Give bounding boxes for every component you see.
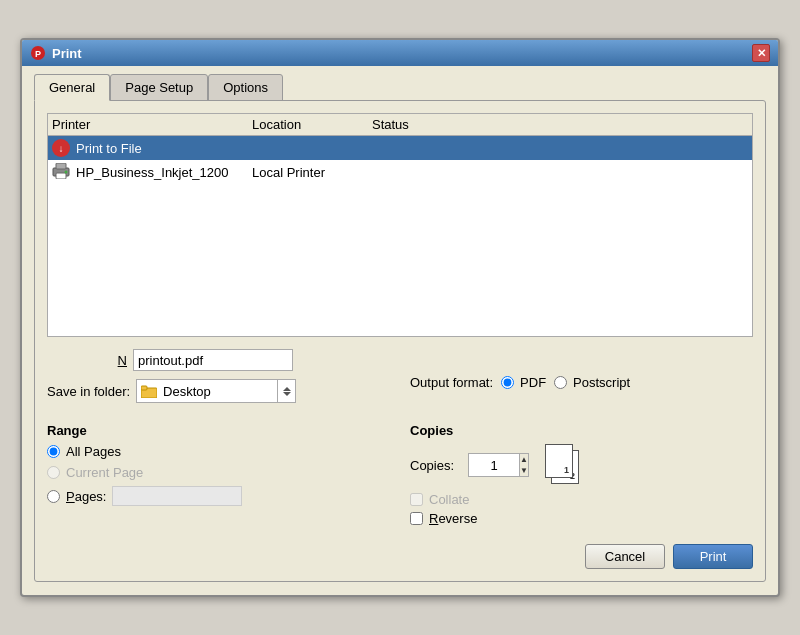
folder-dropdown-arrow[interactable] [277, 380, 295, 402]
folder-icon-wrap [137, 383, 161, 400]
titlebar-left: P Print [30, 45, 82, 61]
pages-option[interactable]: Pages: [47, 486, 390, 506]
dialog-content: General Page Setup Options Printer Locat… [22, 66, 778, 595]
folder-icon [141, 385, 157, 398]
radio-pdf[interactable] [501, 376, 514, 389]
copies-icon: 2 1 [545, 444, 591, 486]
output-format-label: Output format: [410, 375, 493, 390]
header-location: Location [252, 117, 372, 132]
radio-all-pages[interactable] [47, 445, 60, 458]
folder-value: Desktop [161, 384, 277, 399]
reverse-label: Reverse [429, 511, 477, 526]
paper-front-icon: 1 [545, 444, 573, 478]
form-left: N Save in folder: [47, 349, 390, 411]
postscript-option-label: Postscript [573, 375, 630, 390]
svg-rect-4 [56, 173, 66, 179]
pages-input[interactable] [112, 486, 242, 506]
spinner-up[interactable]: ▲ [520, 454, 528, 465]
copies-label: Copies: [410, 458, 460, 473]
svg-rect-7 [141, 386, 147, 390]
window-title: Print [52, 46, 82, 61]
radio-postscript[interactable] [554, 376, 567, 389]
pdf-option-label: PDF [520, 375, 546, 390]
tab-general[interactable]: General [34, 74, 110, 101]
name-input[interactable] [133, 349, 293, 371]
pdf-icon: ↓ [52, 139, 70, 157]
printer-row-hp[interactable]: HP_Business_Inkjet_1200 Local Printer [48, 160, 752, 185]
range-title: Range [47, 423, 390, 438]
name-row: N [47, 349, 390, 371]
copies-count-row: Copies: ▲ ▼ 2 [410, 444, 753, 486]
form-right: Output format: PDF Postscript [410, 353, 753, 411]
copies-input[interactable] [469, 454, 519, 476]
spinner-down[interactable]: ▼ [520, 465, 528, 476]
reverse-option[interactable]: Reverse [410, 511, 753, 526]
arrow-down-icon [283, 392, 291, 396]
tab-page-setup[interactable]: Page Setup [110, 74, 208, 101]
printer-location-1: Local Printer [252, 165, 372, 180]
app-icon: P [30, 45, 46, 61]
printer-table: Printer Location Status ↓ Print to File [47, 113, 753, 337]
all-pages-option[interactable]: All Pages [47, 444, 390, 459]
titlebar: P Print ✕ [22, 40, 778, 66]
print-button[interactable]: Print [673, 544, 753, 569]
general-panel: Printer Location Status ↓ Print to File [34, 100, 766, 582]
folder-label: Save in folder: [47, 384, 130, 399]
bottom-area: Range All Pages Current Page Pages: [47, 423, 753, 530]
radio-current-page[interactable] [47, 466, 60, 479]
printer-table-header: Printer Location Status [48, 114, 752, 136]
copies-section: Copies Copies: ▲ ▼ [410, 423, 753, 530]
name-label: N [47, 353, 127, 368]
printer-name-hp: HP_Business_Inkjet_1200 [76, 165, 229, 180]
printer-icon [52, 163, 70, 182]
folder-select[interactable]: Desktop [136, 379, 296, 403]
radio-pages[interactable] [47, 490, 60, 503]
dialog-footer: Cancel Print [47, 544, 753, 569]
collate-checkbox[interactable] [410, 493, 423, 506]
printer-name-print-to-file: Print to File [76, 141, 142, 156]
arrow-up-icon [283, 387, 291, 391]
svg-rect-3 [56, 163, 66, 169]
printer-row-print-to-file[interactable]: ↓ Print to File [48, 136, 752, 160]
radio-postscript-label[interactable]: Postscript [554, 375, 630, 390]
spinner-arrows: ▲ ▼ [519, 454, 528, 476]
tab-options[interactable]: Options [208, 74, 283, 101]
copies-title: Copies [410, 423, 753, 438]
collate-option: Collate [410, 492, 753, 507]
all-pages-label: All Pages [66, 444, 121, 459]
current-page-option: Current Page [47, 465, 390, 480]
close-button[interactable]: ✕ [752, 44, 770, 62]
radio-pdf-label[interactable]: PDF [501, 375, 546, 390]
svg-point-5 [65, 171, 68, 174]
range-section: Range All Pages Current Page Pages: [47, 423, 390, 530]
collate-label: Collate [429, 492, 469, 507]
form-area: N Save in folder: [47, 349, 753, 411]
reverse-checkbox[interactable] [410, 512, 423, 525]
pages-label: Pages: [66, 489, 106, 504]
output-format-group: Output format: PDF Postscript [410, 375, 630, 390]
folder-row: Save in folder: Desktop [47, 379, 390, 403]
cancel-button[interactable]: Cancel [585, 544, 665, 569]
copies-spinner[interactable]: ▲ ▼ [468, 453, 529, 477]
header-status: Status [372, 117, 748, 132]
print-dialog: P Print ✕ General Page Setup Options Pri… [20, 38, 780, 597]
printer-table-body: ↓ Print to File [48, 136, 752, 336]
current-page-label: Current Page [66, 465, 143, 480]
header-printer: Printer [52, 117, 252, 132]
svg-text:P: P [35, 49, 41, 59]
tab-bar: General Page Setup Options [34, 74, 766, 101]
